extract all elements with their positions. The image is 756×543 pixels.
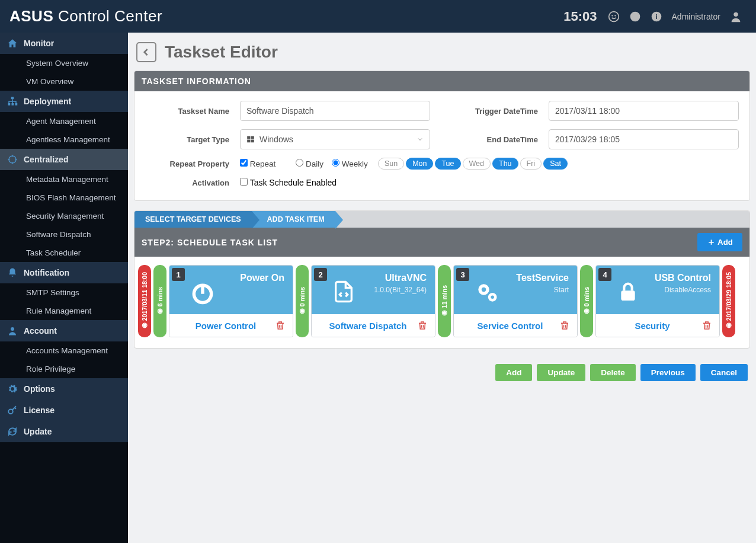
day-pill-sun[interactable]: Sun: [378, 158, 404, 170]
chevron-down-icon: [417, 136, 424, 143]
brand: ASUS Control Center: [9, 7, 162, 25]
svg-point-22: [491, 296, 494, 299]
taskset-name-input[interactable]: [240, 101, 430, 121]
weekly-radio[interactable]: Weekly: [332, 159, 368, 168]
sidebar-item-system-overview[interactable]: System Overview: [0, 54, 128, 72]
main: Taskset Editor TASKSET INFORMATION Tasks…: [128, 33, 756, 543]
footer-cancel-button[interactable]: Cancel: [700, 364, 748, 381]
day-pill-fri[interactable]: Fri: [520, 158, 542, 170]
time-marker: ◉ 2017/03/11 18:00: [138, 265, 151, 337]
sidebar-item-role-privilege[interactable]: Role Privilege: [0, 360, 128, 378]
sidebar-section-license[interactable]: License: [0, 400, 128, 421]
wizard-tab-add-task-item[interactable]: ADD TASK ITEM: [252, 211, 335, 228]
sidebar-item-agent-management[interactable]: Agent Management: [0, 112, 128, 130]
globe-icon[interactable]: [627, 9, 643, 24]
svg-point-1: [612, 15, 613, 15]
sidebar-item-metadata-management[interactable]: Metadata Management: [0, 170, 128, 189]
add-task-button[interactable]: ＋ Add: [697, 233, 742, 251]
day-pill-thu[interactable]: Thu: [492, 158, 518, 170]
day-pill-wed[interactable]: Wed: [463, 158, 491, 170]
footer-previous-button[interactable]: Previous: [640, 364, 696, 381]
task-card-number: 1: [172, 268, 185, 281]
sidebar: MonitorSystem OverviewVM OverviewDeploym…: [0, 33, 128, 543]
lock-icon: [616, 280, 640, 304]
sidebar-item-security-management[interactable]: Security Management: [0, 207, 128, 225]
step-title: STEP2: SCHEDULE TASK LIST: [142, 238, 278, 247]
sidebar-section-deployment[interactable]: Deployment: [0, 91, 128, 112]
svg-rect-23: [621, 290, 635, 301]
target-type-select[interactable]: Windows: [240, 129, 430, 149]
svg-rect-15: [251, 136, 254, 139]
svg-point-2: [615, 15, 616, 15]
svg-point-0: [608, 11, 619, 21]
day-pill-tue[interactable]: Tue: [435, 158, 460, 170]
task-card-4[interactable]: 4USB ControlDisableAccessSecurity: [595, 265, 720, 337]
sidebar-item-vm-overview[interactable]: VM Overview: [0, 72, 128, 91]
sidebar-item-agentless-management[interactable]: Agentless Management: [0, 130, 128, 149]
delete-task-icon[interactable]: [701, 320, 712, 331]
target-type-value: Windows: [260, 135, 293, 144]
delete-task-icon[interactable]: [417, 320, 428, 331]
svg-point-13: [8, 410, 13, 414]
gap-marker: ◉ 0 mins: [296, 265, 309, 337]
sidebar-item-rule-management[interactable]: Rule Management: [0, 302, 128, 320]
sidebar-section-notification[interactable]: Notification: [0, 262, 128, 283]
sidebar-section-account[interactable]: Account: [0, 320, 128, 341]
sidebar-item-software-dispatch[interactable]: Software Dispatch: [0, 225, 128, 244]
footer-delete-button[interactable]: Delete: [590, 364, 636, 381]
task-card-number: 2: [314, 268, 327, 281]
task-card-3[interactable]: 3TestServiceStartService Control: [453, 265, 578, 337]
trigger-datetime-label: Trigger DateTime: [454, 107, 549, 116]
task-card-2[interactable]: 2UltraVNC1.0.0(Bit_32_64)Software Dispat…: [311, 265, 435, 337]
username[interactable]: Administrator: [672, 12, 720, 21]
sidebar-item-bios-flash-management[interactable]: BIOS Flash Management: [0, 189, 128, 207]
sidebar-item-smtp-settings[interactable]: SMTP Settings: [0, 283, 128, 302]
activation-checkbox[interactable]: Task Schedule Enabled: [240, 178, 337, 187]
taskset-name-label: Taskset Name: [145, 107, 240, 116]
repeat-checkbox[interactable]: Repeat: [240, 159, 276, 168]
time-marker: ◉ 2017/03/29 18:05: [722, 265, 735, 337]
end-datetime-input[interactable]: [549, 129, 739, 149]
svg-rect-8: [8, 103, 11, 106]
panel-title: TASKSET INFORMATION: [134, 71, 749, 91]
task-card-number: 3: [456, 268, 469, 281]
power-icon: [190, 280, 216, 306]
delete-task-icon[interactable]: [275, 320, 286, 331]
footer-update-button[interactable]: Update: [537, 364, 585, 381]
daily-radio[interactable]: Daily: [296, 159, 323, 168]
footer-add-button[interactable]: Add: [495, 364, 532, 381]
sidebar-section-centralized[interactable]: Centralized: [0, 149, 128, 170]
back-button[interactable]: [136, 42, 156, 62]
day-pill-mon[interactable]: Mon: [406, 158, 433, 170]
taskset-info-panel: TASKSET INFORMATION Taskset Name Trigger…: [134, 71, 750, 201]
gap-marker: ◉ 6 mins: [153, 265, 166, 337]
svg-point-21: [482, 288, 486, 292]
wizard-tabs: SELECT TARGET DEVICES ADD TASK ITEM: [134, 211, 749, 228]
wizard-tab-select-devices[interactable]: SELECT TARGET DEVICES: [134, 211, 252, 228]
footer-buttons: Add Update Delete Previous Cancel: [134, 358, 750, 384]
trigger-datetime-input[interactable]: [549, 101, 739, 121]
smile-icon[interactable]: [606, 9, 622, 24]
sidebar-section-update[interactable]: Update: [0, 421, 128, 442]
sidebar-item-accounts-management[interactable]: Accounts Management: [0, 341, 128, 360]
svg-rect-16: [247, 140, 250, 143]
delete-task-icon[interactable]: [559, 320, 570, 331]
svg-rect-9: [12, 103, 14, 106]
task-list-panel: SELECT TARGET DEVICES ADD TASK ITEM STEP…: [134, 210, 750, 349]
user-icon[interactable]: [728, 9, 744, 24]
topbar: ASUS Control Center 15:03 i Administrato…: [0, 0, 756, 33]
task-card-category: Service Control: [461, 321, 559, 331]
task-card-category: Software Dispatch: [319, 321, 417, 331]
sidebar-section-options[interactable]: Options: [0, 378, 128, 400]
gap-marker: ◉ 0 mins: [580, 265, 593, 337]
task-card-category: Security: [603, 321, 701, 331]
svg-rect-17: [251, 140, 254, 143]
sidebar-section-monitor[interactable]: Monitor: [0, 33, 128, 54]
task-card-number: 4: [598, 268, 611, 281]
sidebar-item-task-scheduler[interactable]: Task Scheduler: [0, 244, 128, 262]
gears-icon: [474, 280, 500, 306]
end-datetime-label: End DateTime: [454, 135, 549, 144]
task-card-1[interactable]: 1Power OnPower Control: [169, 265, 293, 337]
info-icon[interactable]: i: [649, 9, 664, 24]
day-pill-sat[interactable]: Sat: [543, 158, 568, 170]
